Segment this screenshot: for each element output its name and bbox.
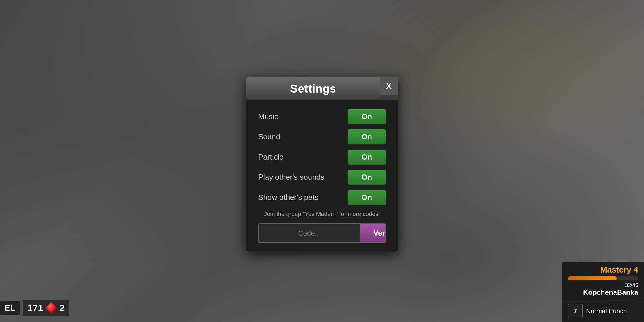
settings-row-sound: Sound On	[258, 129, 386, 144]
hud-bottom-left: EL 171 2	[0, 300, 69, 316]
skill-key: 7	[568, 304, 583, 318]
currency-amount: 171	[28, 303, 43, 314]
level-indicator: EL	[0, 301, 20, 315]
gem-icon	[45, 302, 57, 314]
modal-title-area: Settings	[246, 77, 380, 100]
code-input[interactable]	[259, 224, 358, 242]
skill-panel: 7 Normal Punch	[562, 300, 644, 322]
play-others-sounds-toggle[interactable]: On	[348, 170, 386, 185]
settings-row-music: Music On	[258, 109, 386, 124]
modal-title: Settings	[290, 83, 336, 95]
settings-row-play-others-sounds: Play other's sounds On	[258, 170, 386, 185]
music-label: Music	[258, 112, 278, 121]
close-button[interactable]: X	[380, 77, 398, 95]
verify-button[interactable]: Verify	[360, 224, 386, 242]
settings-row-show-others-pets: Show other's pets On	[258, 190, 386, 205]
mastery-title: Mastery 4	[568, 265, 638, 275]
player-name: KopchenaBanka	[568, 288, 638, 297]
settings-modal: Settings X Music On Sound On Particle On…	[246, 77, 398, 252]
show-others-pets-label: Show other's pets	[258, 193, 318, 202]
mastery-progress-text: 32/46	[568, 282, 638, 288]
currency-display: 171 2	[23, 300, 69, 316]
sound-label: Sound	[258, 132, 280, 141]
group-promo-text: Join the group "Yes Madam" for more code…	[258, 211, 386, 217]
sound-toggle[interactable]: On	[348, 129, 386, 144]
mastery-progress-bar	[568, 276, 638, 280]
particle-toggle[interactable]: On	[348, 150, 386, 165]
mastery-panel: Mastery 4 32/46 KopchenaBanka	[562, 262, 644, 300]
skill-name: Normal Punch	[586, 307, 627, 315]
music-toggle[interactable]: On	[348, 109, 386, 124]
play-others-sounds-label: Play other's sounds	[258, 173, 324, 182]
gem-count: 2	[59, 303, 65, 314]
code-row: Verify	[258, 223, 386, 243]
show-others-pets-toggle[interactable]: On	[348, 190, 386, 205]
hud-bottom-right: Mastery 4 32/46 KopchenaBanka 7 Normal P…	[562, 262, 644, 322]
settings-row-particle: Particle On	[258, 150, 386, 165]
particle-label: Particle	[258, 153, 284, 162]
settings-modal-wrapper: Settings X Music On Sound On Particle On…	[246, 77, 398, 252]
modal-header: Settings X	[246, 77, 398, 100]
modal-body: Music On Sound On Particle On Play other…	[246, 100, 398, 252]
mastery-bar-fill	[568, 276, 617, 280]
